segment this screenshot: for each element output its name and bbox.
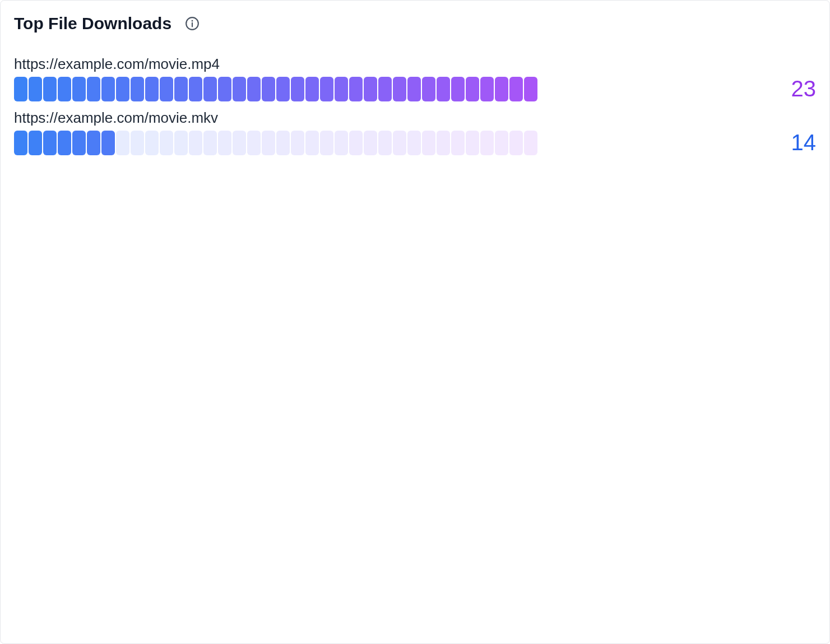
bar-segment-bg bbox=[189, 131, 202, 155]
bar-segment-fill bbox=[72, 77, 86, 101]
bar-segment-fill bbox=[29, 77, 42, 101]
bar-segment-fill bbox=[29, 131, 42, 155]
download-bar bbox=[14, 131, 537, 155]
bar-segment-bg bbox=[305, 131, 319, 155]
bar-segment-fill bbox=[174, 77, 188, 101]
bar-segment-fill bbox=[116, 77, 129, 101]
download-rows: https://example.com/movie.mp423https://e… bbox=[14, 55, 816, 155]
bar-segment-bg bbox=[349, 131, 363, 155]
bar-segment-bg bbox=[247, 131, 261, 155]
bar-segment-bg bbox=[451, 131, 465, 155]
download-row-body: 23 bbox=[14, 76, 816, 101]
bar-segment-bg bbox=[378, 131, 392, 155]
top-file-downloads-panel: Top File Downloads https://example.com/m… bbox=[0, 0, 830, 644]
bar-segment-fill bbox=[247, 77, 261, 101]
bar-segment-fill bbox=[145, 77, 159, 101]
bar-segment-fill bbox=[131, 77, 144, 101]
bar-segment-bg bbox=[364, 131, 377, 155]
bar-segment-fill bbox=[378, 77, 392, 101]
bar-segment-fill bbox=[335, 77, 348, 101]
svg-point-2 bbox=[192, 20, 193, 22]
bar-segment-fill bbox=[233, 77, 246, 101]
bar-segment-fill bbox=[466, 77, 479, 101]
bar-segment-bg bbox=[218, 131, 231, 155]
download-url: https://example.com/movie.mkv bbox=[14, 109, 816, 127]
bar-segment-fill bbox=[305, 77, 319, 101]
bar-segment-bg bbox=[466, 131, 479, 155]
bar-segment-bg bbox=[145, 131, 159, 155]
bar-segment-fill bbox=[87, 77, 100, 101]
bar-segment-bg bbox=[524, 131, 537, 155]
download-bar bbox=[14, 77, 537, 101]
bar-segment-bg bbox=[393, 131, 406, 155]
bar-segment-bg bbox=[509, 131, 523, 155]
bar-segment-bg bbox=[233, 131, 246, 155]
bar-segment-bg bbox=[480, 131, 494, 155]
bar-segment-bg bbox=[335, 131, 348, 155]
bar-segment-fill bbox=[393, 77, 406, 101]
bar-segment-fill bbox=[72, 131, 86, 155]
bar-segment-fill bbox=[437, 77, 450, 101]
bar-segment-bg bbox=[116, 131, 129, 155]
bar-segment-fill bbox=[58, 77, 71, 101]
bar-segment-fill bbox=[407, 77, 421, 101]
bar-segment-bg bbox=[407, 131, 421, 155]
bar-segment-fill bbox=[276, 77, 290, 101]
download-row-body: 14 bbox=[14, 130, 816, 155]
bar-segment-bg bbox=[495, 131, 508, 155]
bar-segment-fill bbox=[480, 77, 494, 101]
bar-segment-fill bbox=[495, 77, 508, 101]
bar-segment-fill bbox=[422, 77, 435, 101]
bar-segment-fill bbox=[14, 77, 27, 101]
bar-segment-fill bbox=[509, 77, 523, 101]
bar-segment-bg bbox=[160, 131, 173, 155]
panel-header: Top File Downloads bbox=[14, 14, 816, 33]
bar-segment-bg bbox=[291, 131, 304, 155]
bar-segment-bg bbox=[437, 131, 450, 155]
bar-segment-fill bbox=[101, 77, 115, 101]
bar-segment-bg bbox=[131, 131, 144, 155]
bar-segment-fill bbox=[262, 77, 275, 101]
bar-segment-fill bbox=[189, 77, 202, 101]
download-row: https://example.com/movie.mp423 bbox=[14, 55, 816, 101]
bar-segment-fill bbox=[101, 131, 115, 155]
bar-segment-fill bbox=[58, 131, 71, 155]
bar-segment-fill bbox=[87, 131, 100, 155]
download-row: https://example.com/movie.mkv14 bbox=[14, 109, 816, 155]
bar-segment-bg bbox=[276, 131, 290, 155]
download-url: https://example.com/movie.mp4 bbox=[14, 55, 816, 73]
download-count: 23 bbox=[704, 76, 816, 101]
bar-segment-fill bbox=[43, 131, 57, 155]
bar-segment-fill bbox=[349, 77, 363, 101]
bar-segment-fill bbox=[320, 77, 333, 101]
bar-segment-bg bbox=[174, 131, 188, 155]
bar-segment-fill bbox=[160, 77, 173, 101]
download-count: 14 bbox=[704, 130, 816, 155]
bar-segment-bg bbox=[203, 131, 217, 155]
bar-segment-fill bbox=[451, 77, 465, 101]
bar-segment-fill bbox=[291, 77, 304, 101]
bar-segment-bg bbox=[320, 131, 333, 155]
panel-title: Top File Downloads bbox=[14, 14, 171, 33]
info-icon[interactable] bbox=[185, 16, 200, 31]
bar-segment-fill bbox=[364, 77, 377, 101]
bar-segment-bg bbox=[262, 131, 275, 155]
bar-segment-fill bbox=[43, 77, 57, 101]
bar-segment-fill bbox=[524, 77, 537, 101]
bar-segment-fill bbox=[218, 77, 231, 101]
bar-segment-fill bbox=[203, 77, 217, 101]
bar-segment-bg bbox=[422, 131, 435, 155]
bar-segment-fill bbox=[14, 131, 27, 155]
